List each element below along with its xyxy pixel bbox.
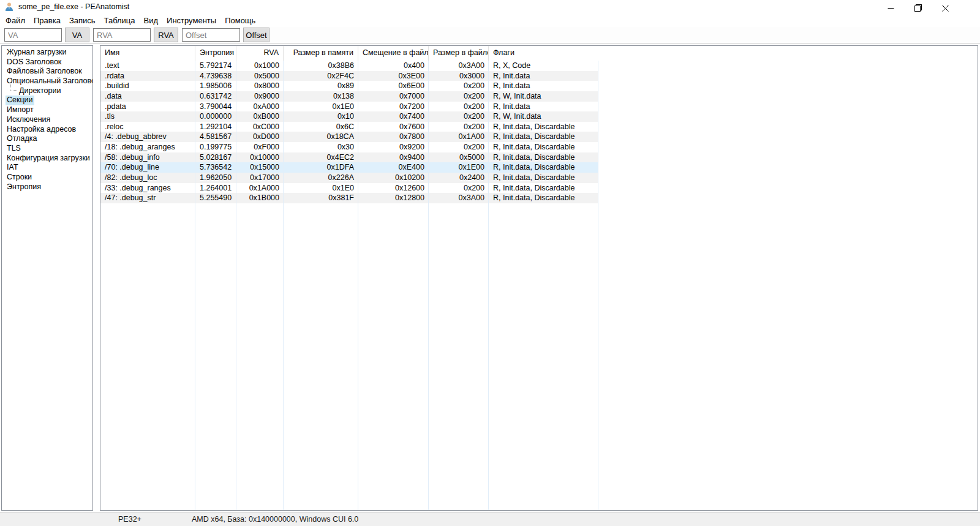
column-header-4[interactable]: Размер в памяти [284,46,358,61]
table-cell: 1.264001 [195,183,236,193]
table-cell: 0x1A00 [429,132,489,142]
table-cell: 0x9400 [358,152,429,163]
sidebar-item-5[interactable]: Директории [9,86,62,96]
sidebar-item-label: Директории [19,86,61,95]
table-row[interactable]: .pdata3.7900440xA0000x1E00x72000x200R, I… [100,102,598,112]
table-row[interactable]: /33: .debug_ranges1.2640010x1A0000x1E00x… [100,183,598,193]
title-bar: some_pe_file.exe - PEAnatomist [0,0,980,13]
table-row[interactable]: .text5.7921740x10000x38B60x4000x3A00R, X… [100,61,598,71]
sidebar-item-13[interactable]: IAT [6,163,20,173]
column-header-6[interactable]: Размер в файле [429,46,489,61]
sidebar-item-15[interactable]: Энтропия [6,182,42,192]
table-cell: 0x1E00 [429,162,489,173]
restore-icon [914,4,922,12]
sidebar-item-9[interactable]: Настройка адресов [6,125,77,135]
table-cell: 0x200 [429,142,489,152]
table-cell: R, Init.data [489,81,598,91]
table-cell: 0x3A00 [429,61,489,71]
table-cell: 0x7400 [358,111,429,122]
sidebar-item-7[interactable]: Импорт [6,105,35,115]
table-cell: 1.292104 [195,122,236,132]
table-cell: 0x200 [429,91,489,102]
table-row[interactable]: /70: .debug_line5.7365420x150000x1DFA0xE… [100,162,598,173]
column-header-2[interactable]: Энтропия [195,46,236,61]
table-row[interactable]: .rdata4.7396380x50000x2F4C0x3E000x3000R,… [100,71,598,81]
column-header-7[interactable]: Флаги [489,46,598,61]
menu-item-6[interactable]: Инструменты [162,15,221,26]
menu-item-1[interactable]: Файл [1,15,29,26]
table-cell: 0x200 [429,102,489,112]
offset-input[interactable] [182,28,240,42]
sidebar-item-2[interactable]: DOS Заголовок [6,58,62,67]
table-cell: /4: .debug_abbrev [100,132,195,142]
menu-item-2[interactable]: Правка [29,15,65,26]
column-header-3[interactable]: RVA [236,46,284,61]
table-cell: 0.199775 [195,142,236,152]
column-header-5[interactable]: Смещение в файле [358,46,429,61]
table-row[interactable]: .reloc1.2921040xC0000x6C0x76000x200R, In… [100,122,598,132]
table-cell: 0x400 [358,61,429,71]
table-cell: R, W, Init.data [489,91,598,102]
table-cell: 0x10200 [358,173,429,183]
table-cell: 0x10 [284,111,358,122]
sidebar-item-12[interactable]: Конфигурация загрузки [6,154,91,163]
rva-input[interactable] [93,28,151,42]
table-cell: 0xF000 [236,142,284,152]
column-header-1[interactable]: Имя [100,46,195,61]
table-cell: 0x1DFA [284,162,358,173]
sidebar-item-8[interactable]: Исключения [6,115,51,125]
table-cell: 0xB000 [236,111,284,122]
table-cell: 0x9200 [358,142,429,152]
menu-item-7[interactable]: Помощь [221,15,260,26]
sidebar-item-11[interactable]: TLS [6,144,22,154]
table-cell: 0x38B6 [284,61,358,71]
table-cell: 0x3A00 [429,193,489,203]
table-cell: 0x1B000 [236,193,284,203]
table-cell: 0x1000 [236,61,284,71]
va-go-button[interactable]: VA [65,28,89,42]
table-cell: 0x200 [429,111,489,122]
menu-item-5[interactable]: Вид [140,15,163,26]
table-cell: .tls [100,111,195,122]
table-cell: .reloc [100,122,195,132]
table-cell: 0x3000 [429,71,489,81]
table-row[interactable]: .tls0.0000000xB0000x100x74000x200R, W, I… [100,111,598,122]
table-cell: /70: .debug_line [100,162,195,173]
table-cell: 0x200 [429,183,489,193]
sidebar-item-10[interactable]: Отладка [6,134,38,144]
status-machine-info: AMD x64, База: 0x140000000, Windows CUI … [192,515,358,524]
table-row[interactable]: /4: .debug_abbrev4.5815670xD0000x18CA0x7… [100,132,598,142]
table-cell: R, Init.data, Discardable [489,162,598,173]
rva-go-button[interactable]: RVA [154,28,178,42]
menu-bar: ФайлПравкаЗаписьТаблицаВидИнструментыПом… [0,13,980,27]
table-cell: R, Init.data, Discardable [489,132,598,142]
table-row[interactable]: /58: .debug_info5.0281670x100000x4EC20x9… [100,152,598,163]
table-row[interactable]: /82: .debug_loc1.9620500x170000x226A0x10… [100,173,598,183]
table-cell: R, Init.data, Discardable [489,122,598,132]
table-cell: 0x5000 [429,152,489,163]
table-cell: R, Init.data [489,71,598,81]
table-row[interactable]: /47: .debug_str5.2554900x1B0000x381F0x12… [100,193,598,203]
table-cell: 0x5000 [236,71,284,81]
table-cell: 0x7600 [358,122,429,132]
table-cell: 0x30 [284,142,358,152]
menu-item-4[interactable]: Таблица [100,15,140,26]
menu-item-3[interactable]: Запись [65,15,100,26]
sidebar-item-6[interactable]: Секции [6,96,34,105]
va-input[interactable] [4,28,62,42]
app-icon [4,2,14,12]
sidebar-item-4[interactable]: Опциональный Заголовок [6,77,93,86]
app-window: some_pe_file.exe - PEAnatomist ФайлПравк… [0,0,980,526]
offset-go-button[interactable]: Offset [243,28,270,42]
table-cell: 0x7200 [358,102,429,112]
sidebar-item-1[interactable]: Журнал загрузки [6,48,68,58]
table-row[interactable]: /18: .debug_aranges0.1997750xF0000x300x9… [100,142,598,152]
sidebar-item-14[interactable]: Строки [6,173,33,182]
table-row[interactable]: .buildid1.9850060x80000x890x6E000x200R, … [100,81,598,91]
table-row[interactable]: .data0.6317420x90000x1380x70000x200R, W,… [100,91,598,102]
address-toolbar: VA RVA Offset [0,27,980,43]
sidebar-item-3[interactable]: Файловый Заголовок [6,67,83,77]
table-cell: .rdata [100,71,195,81]
table-cell: 0x4EC2 [284,152,358,163]
table-cell: 1.985006 [195,81,236,91]
